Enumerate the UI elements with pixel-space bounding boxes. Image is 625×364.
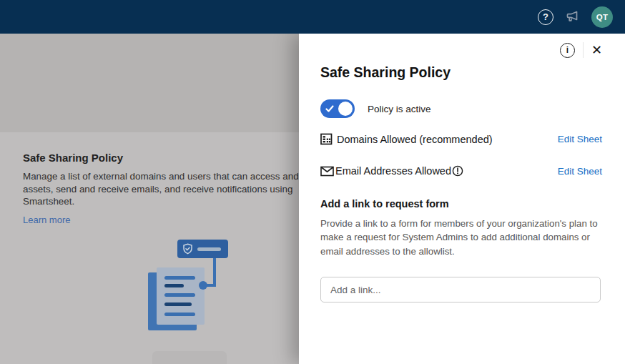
learn-more-link[interactable]: Learn more bbox=[23, 215, 70, 225]
toggle-knob bbox=[338, 102, 353, 116]
page-description-line: Smartsheet. bbox=[23, 195, 299, 208]
user-avatar[interactable]: QT bbox=[591, 6, 613, 28]
top-navigation-bar: ? QT bbox=[0, 0, 625, 34]
page-description-line: assets, send and receive emails, and rec… bbox=[23, 183, 299, 196]
avatar-initials: QT bbox=[596, 13, 609, 21]
illustration-front-document bbox=[157, 267, 205, 325]
illustration-security-badge bbox=[177, 240, 228, 258]
panel-title: Safe Sharing Policy bbox=[320, 64, 602, 81]
manage-button[interactable]: Manage bbox=[152, 351, 227, 364]
announcement-megaphone-icon[interactable] bbox=[565, 10, 580, 24]
page-title: Safe Sharing Policy bbox=[23, 152, 299, 164]
badge-text-line bbox=[197, 247, 221, 251]
policy-active-row: Policy is active bbox=[320, 99, 602, 118]
request-form-link-input[interactable] bbox=[320, 277, 601, 302]
email-addresses-allowed-row: Email Addresses Allowed Edit Sheet bbox=[320, 165, 602, 177]
icon-divider bbox=[583, 42, 584, 58]
request-form-description: Provide a link to a form for members of … bbox=[320, 217, 606, 258]
illustration-connector-dot bbox=[199, 281, 207, 290]
domains-allowed-label: Domains Allowed (recommended) bbox=[337, 134, 493, 145]
shield-check-icon bbox=[182, 243, 193, 255]
help-icon-glyph: ? bbox=[543, 11, 548, 22]
check-icon bbox=[325, 104, 334, 113]
envelope-icon bbox=[320, 166, 334, 177]
info-icon[interactable]: i bbox=[560, 43, 575, 58]
help-icon[interactable]: ? bbox=[538, 9, 553, 25]
request-form-heading: Add a link to request form bbox=[320, 198, 602, 210]
page-description-block: Safe Sharing Policy Manage a list of ext… bbox=[23, 152, 299, 226]
edit-sheet-link-domains[interactable]: Edit Sheet bbox=[558, 134, 602, 144]
email-addresses-allowed-label: Email Addresses Allowed bbox=[335, 165, 451, 177]
domains-allowed-row: Domains Allowed (recommended) Edit Sheet bbox=[320, 133, 602, 145]
panel-header-icons: i ✕ bbox=[320, 41, 602, 59]
toggle-label: Policy is active bbox=[368, 104, 431, 114]
page-description-line: Manage a list of external domains and us… bbox=[23, 170, 299, 183]
edit-sheet-link-emails[interactable]: Edit Sheet bbox=[558, 166, 602, 177]
policy-active-toggle[interactable] bbox=[320, 99, 355, 118]
safe-sharing-policy-panel: i ✕ Safe Sharing Policy Policy is active bbox=[299, 34, 625, 364]
sheet-grid-icon bbox=[320, 133, 333, 145]
alert-circle-icon[interactable] bbox=[452, 165, 463, 177]
illustration-connector-vertical bbox=[213, 255, 216, 287]
close-icon[interactable]: ✕ bbox=[591, 44, 602, 56]
